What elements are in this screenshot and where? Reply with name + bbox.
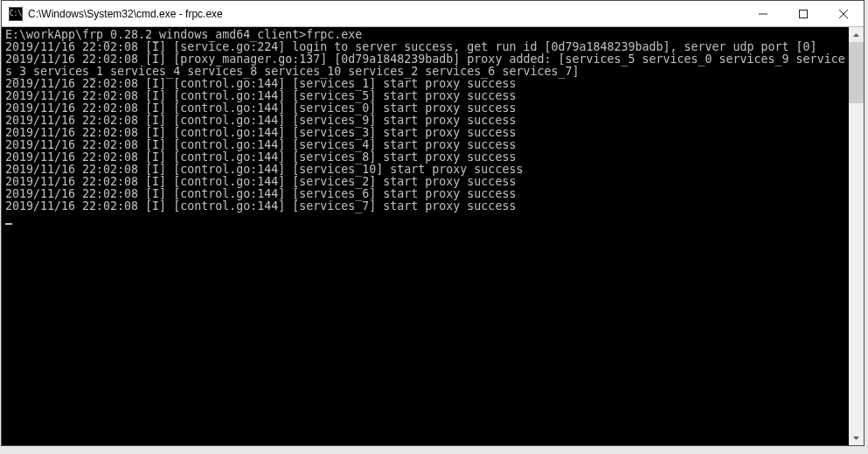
window-controls — [743, 1, 864, 26]
console-line: 2019/11/16 22:02:08 [I] [control.go:144]… — [5, 187, 516, 200]
console-area[interactable]: E:\workApp\frp_0.28.2_windows_amd64_clie… — [2, 27, 864, 445]
console-line: 2019/11/16 22:02:08 [I] [control.go:144]… — [5, 138, 516, 151]
window-title: C:\Windows\System32\cmd.exe - frpc.exe — [28, 8, 743, 20]
close-button[interactable] — [823, 1, 864, 26]
console-line: 2019/11/16 22:02:08 [I] [control.go:144]… — [5, 199, 516, 213]
console-line: 2019/11/16 22:02:08 [I] [control.go:144]… — [5, 77, 516, 90]
svg-marker-4 — [853, 33, 859, 37]
console-line: 2019/11/16 22:02:08 [I] [control.go:144]… — [5, 101, 516, 115]
vertical-scrollbar[interactable] — [849, 27, 864, 445]
console-line: E:\workApp\frp_0.28.2_windows_amd64_clie… — [5, 28, 362, 41]
console-line: 2019/11/16 22:02:08 [I] [proxy_manager.g… — [5, 52, 845, 78]
console-line: 2019/11/16 22:02:08 [I] [service.go:224]… — [5, 40, 817, 53]
svg-marker-5 — [853, 437, 859, 440]
minimize-button[interactable] — [743, 1, 783, 26]
cursor — [5, 223, 12, 225]
console-line: 2019/11/16 22:02:08 [I] [control.go:144]… — [5, 89, 516, 102]
scroll-thumb[interactable] — [849, 42, 864, 103]
cmd-icon-label: C:\ — [10, 10, 22, 17]
console-line: 2019/11/16 22:02:08 [I] [control.go:144]… — [5, 114, 516, 127]
cmd-icon: C:\ — [9, 7, 23, 21]
console-line: 2019/11/16 22:02:08 [I] [control.go:144]… — [5, 126, 516, 139]
console-line: 2019/11/16 22:02:08 [I] [control.go:144]… — [5, 163, 523, 176]
scroll-up-button[interactable] — [849, 27, 864, 42]
titlebar[interactable]: C:\ C:\Windows\System32\cmd.exe - frpc.e… — [2, 1, 864, 27]
console-output: E:\workApp\frp_0.28.2_windows_amd64_clie… — [2, 27, 849, 445]
scroll-down-button[interactable] — [849, 430, 864, 445]
svg-rect-1 — [800, 10, 808, 17]
console-line: 2019/11/16 22:02:08 [I] [control.go:144]… — [5, 150, 516, 164]
cmd-window: C:\ C:\Windows\System32\cmd.exe - frpc.e… — [1, 0, 865, 446]
maximize-button[interactable] — [783, 1, 823, 26]
console-line: 2019/11/16 22:02:08 [I] [control.go:144]… — [5, 175, 516, 188]
scroll-track[interactable] — [849, 42, 864, 430]
